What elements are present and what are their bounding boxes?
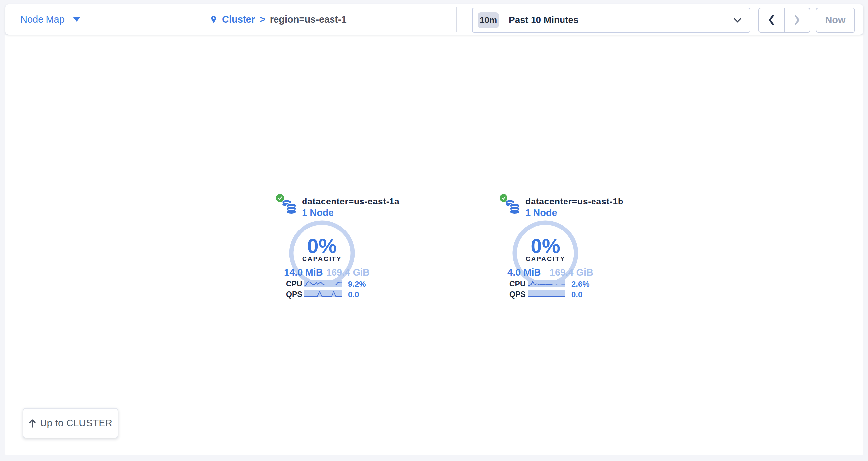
database-stack-icon (281, 199, 298, 216)
cpu-label: CPU (509, 279, 526, 289)
qps-sparkline (528, 290, 565, 297)
capacity-total: 169.4 GiB (326, 267, 370, 278)
metric-row-qps: QPS 0.0 (271, 290, 396, 298)
location-pin-icon (210, 14, 217, 24)
node-map-canvas: datacenter=us-east-1a 1 Node 0% CAPACITY… (5, 35, 863, 455)
time-forward-button[interactable] (785, 8, 810, 32)
capacity-label: CAPACITY (286, 255, 358, 263)
chevron-right-icon (794, 14, 801, 26)
capacity-total: 169.4 GiB (550, 267, 593, 278)
locality-title: datacenter=us-east-1b (525, 197, 623, 207)
capacity-gauge: 0% CAPACITY (509, 217, 582, 290)
locality-card-us-east-1a[interactable]: datacenter=us-east-1a 1 Node 0% CAPACITY… (271, 192, 396, 304)
qps-sparkline (305, 290, 342, 297)
cpu-value: 2.6% (571, 279, 590, 289)
up-to-cluster-label: Up to CLUSTER (40, 418, 112, 429)
breadcrumb-separator: > (260, 14, 265, 25)
up-to-cluster-button[interactable]: Up to CLUSTER (23, 408, 118, 438)
capacity-percent: 0% (286, 234, 358, 258)
capacity-used: 14.0 MiB (284, 267, 323, 278)
time-step-buttons (758, 7, 810, 33)
header-bar: Node Map Cluster > region=us-east-1 10m … (5, 4, 863, 35)
view-selector-label: Node Map (21, 14, 65, 25)
database-stack-icon (504, 199, 521, 216)
cpu-sparkline (528, 280, 565, 287)
metric-row-qps: QPS 0.0 (494, 290, 620, 298)
metric-row-cpu: CPU 9.2% (271, 279, 396, 288)
capacity-gauge: 0% CAPACITY (286, 217, 358, 290)
qps-value: 0.0 (571, 290, 582, 299)
healthy-check-icon (500, 194, 507, 202)
time-range-dropdown[interactable]: 10m Past 10 Minutes (472, 7, 750, 33)
time-back-button[interactable] (759, 8, 785, 32)
capacity-label: CAPACITY (509, 255, 582, 263)
capacity-used: 4.0 MiB (507, 267, 541, 278)
capacity-percent: 0% (509, 234, 582, 258)
breadcrumb-current: region=us-east-1 (270, 14, 347, 25)
cpu-sparkline (305, 280, 342, 287)
locality-card-us-east-1b[interactable]: datacenter=us-east-1b 1 Node 0% CAPACITY… (494, 192, 620, 304)
cpu-label: CPU (286, 279, 302, 289)
locality-title: datacenter=us-east-1a (302, 197, 399, 207)
qps-value: 0.0 (348, 290, 359, 299)
time-range-label: Past 10 Minutes (509, 15, 579, 25)
time-range-badge: 10m (478, 12, 499, 28)
header-divider (457, 7, 457, 32)
breadcrumb: Cluster > region=us-east-1 (210, 4, 347, 35)
chevron-down-icon (733, 18, 742, 23)
healthy-check-icon (276, 194, 284, 202)
caret-down-icon (73, 17, 81, 22)
qps-label: QPS (286, 290, 302, 299)
arrow-up-icon (29, 419, 36, 428)
chevron-left-icon (768, 14, 775, 26)
metric-row-cpu: CPU 2.6% (494, 279, 620, 288)
qps-label: QPS (509, 290, 526, 299)
now-button[interactable]: Now (816, 7, 855, 33)
breadcrumb-cluster-link[interactable]: Cluster (222, 14, 255, 25)
view-selector-dropdown[interactable]: Node Map (21, 4, 81, 35)
cpu-value: 9.2% (348, 279, 366, 289)
